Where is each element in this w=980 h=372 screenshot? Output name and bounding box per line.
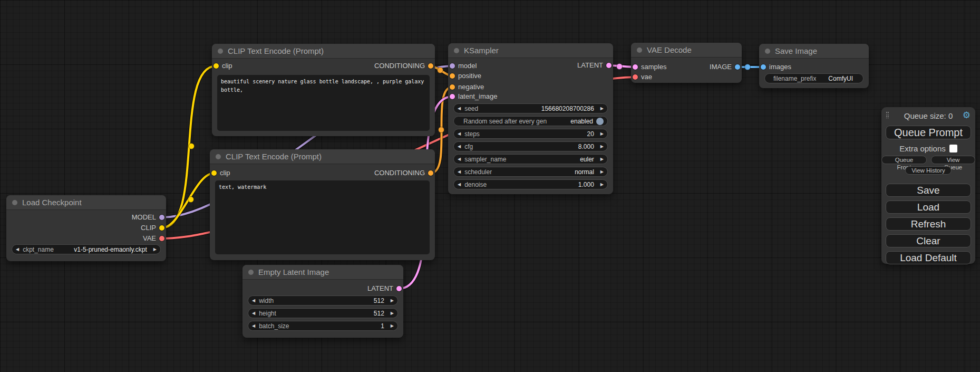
node-title: CLIP Text Encode (Prompt) bbox=[228, 46, 324, 55]
queue-menu-panel[interactable]: Queue size: 0 ⚙ Queue Prompt Extra optio… bbox=[881, 107, 975, 264]
input-port-clip[interactable] bbox=[211, 170, 217, 176]
node-title-bar[interactable]: VAE Decode bbox=[631, 43, 742, 58]
next-value-icon[interactable]: ▶ bbox=[391, 324, 394, 328]
batch-size-widget[interactable]: ◀ batch_size 1 ▶ bbox=[248, 321, 398, 331]
collapse-dot-icon[interactable] bbox=[765, 49, 770, 54]
widget-label: ckpt_name bbox=[23, 246, 54, 253]
sampler-name-widget[interactable]: ◀ sampler_name euler ▶ bbox=[453, 154, 608, 164]
node-title-bar[interactable]: Load Checkpoint bbox=[6, 195, 166, 210]
node-load-checkpoint[interactable]: Load Checkpoint MODEL CLIP VAE ◀ ckpt_na… bbox=[6, 195, 166, 261]
widget-label: height bbox=[259, 310, 276, 317]
next-value-icon[interactable]: ▶ bbox=[600, 132, 604, 136]
cfg-widget[interactable]: ◀ cfg 8.000 ▶ bbox=[453, 141, 608, 151]
input-label-latent-image: latent_image bbox=[458, 92, 497, 101]
prev-value-icon[interactable]: ◀ bbox=[252, 311, 255, 316]
widget-value: 1.000 bbox=[578, 181, 594, 188]
output-port-latent[interactable] bbox=[606, 63, 612, 68]
load-button[interactable]: Load bbox=[886, 201, 971, 214]
output-port-latent[interactable] bbox=[396, 286, 402, 291]
next-value-icon[interactable]: ▶ bbox=[600, 157, 604, 161]
load-default-button[interactable]: Load Default bbox=[886, 251, 971, 264]
widget-value: v1-5-pruned-emaonly.ckpt bbox=[74, 246, 147, 253]
next-value-icon[interactable]: ▶ bbox=[600, 170, 604, 174]
node-empty-latent-image[interactable]: Empty Latent Image LATENT ◀ width 512 ▶ … bbox=[242, 265, 403, 338]
next-value-icon[interactable]: ▶ bbox=[391, 299, 394, 303]
view-queue-button[interactable]: View Queue bbox=[931, 156, 975, 164]
widget-value: euler bbox=[580, 156, 594, 163]
node-save-image[interactable]: Save Image images filename_prefix ComfyU… bbox=[759, 44, 869, 88]
node-clip-text-encode-positive[interactable]: CLIP Text Encode (Prompt) clip CONDITION… bbox=[212, 44, 435, 136]
prompt-text-input[interactable]: text, watermark bbox=[215, 180, 430, 254]
output-label-conditioning: CONDITIONING bbox=[374, 168, 425, 178]
node-vae-decode[interactable]: VAE Decode samples vae IMAGE bbox=[631, 43, 742, 83]
width-widget[interactable]: ◀ width 512 ▶ bbox=[248, 295, 398, 306]
steps-widget[interactable]: ◀ steps 20 ▶ bbox=[453, 129, 608, 139]
prev-value-icon[interactable]: ◀ bbox=[458, 145, 461, 149]
node-clip-text-encode-negative[interactable]: CLIP Text Encode (Prompt) clip CONDITION… bbox=[210, 149, 435, 260]
next-value-icon[interactable]: ▶ bbox=[600, 145, 604, 149]
input-port-latent-image[interactable] bbox=[450, 94, 455, 99]
refresh-button[interactable]: Refresh bbox=[886, 217, 971, 231]
random-seed-widget[interactable]: Random seed after every gen enabled bbox=[453, 116, 608, 126]
link-wire-clip-to-negative-prompt bbox=[162, 173, 214, 228]
collapse-dot-icon[interactable] bbox=[248, 270, 254, 275]
output-port-model[interactable] bbox=[159, 215, 164, 220]
collapse-dot-icon[interactable] bbox=[216, 154, 221, 159]
extra-options-checkbox[interactable] bbox=[949, 145, 957, 152]
node-title-bar[interactable]: Save Image bbox=[759, 44, 869, 59]
next-value-icon[interactable]: ▶ bbox=[153, 247, 157, 252]
ckpt-name-widget[interactable]: ◀ ckpt_name v1-5-pruned-emaonly.ckpt ▶ bbox=[12, 244, 161, 254]
input-port-samples[interactable] bbox=[633, 64, 638, 70]
prev-value-icon[interactable]: ◀ bbox=[252, 299, 255, 303]
output-label-vae: VAE bbox=[143, 234, 156, 243]
toggle-icon[interactable] bbox=[596, 118, 604, 125]
settings-gear-icon[interactable]: ⚙ bbox=[963, 110, 971, 121]
queue-prompt-button[interactable]: Queue Prompt bbox=[886, 126, 971, 139]
prev-value-icon[interactable]: ◀ bbox=[458, 183, 461, 187]
input-label-vae: vae bbox=[641, 72, 652, 82]
node-title-bar[interactable]: CLIP Text Encode (Prompt) bbox=[210, 149, 435, 164]
input-port-images[interactable] bbox=[761, 64, 766, 70]
collapse-dot-icon[interactable] bbox=[637, 47, 642, 53]
node-ksampler[interactable]: KSampler model positive negative latent_… bbox=[448, 43, 613, 194]
input-port-model[interactable] bbox=[450, 63, 455, 69]
input-label-negative: negative bbox=[458, 82, 484, 92]
output-port-conditioning[interactable] bbox=[428, 170, 433, 176]
prev-value-icon[interactable]: ◀ bbox=[458, 132, 461, 136]
output-port-image[interactable] bbox=[735, 64, 740, 70]
prev-value-icon[interactable]: ◀ bbox=[252, 324, 255, 328]
prev-value-icon[interactable]: ◀ bbox=[458, 107, 461, 111]
scheduler-widget[interactable]: ◀ scheduler normal ▶ bbox=[453, 167, 608, 177]
clear-button[interactable]: Clear bbox=[886, 234, 971, 247]
next-value-icon[interactable]: ▶ bbox=[600, 183, 604, 187]
prev-value-icon[interactable]: ◀ bbox=[458, 170, 461, 174]
input-port-negative[interactable] bbox=[450, 84, 455, 90]
prev-value-icon[interactable]: ◀ bbox=[16, 247, 19, 252]
output-port-conditioning[interactable] bbox=[428, 63, 433, 69]
filename-prefix-widget[interactable]: filename_prefix ComfyUI bbox=[764, 73, 863, 83]
node-title-bar[interactable]: KSampler bbox=[448, 43, 613, 58]
input-port-vae[interactable] bbox=[633, 74, 638, 80]
view-history-button[interactable]: View History bbox=[905, 166, 952, 175]
widget-label: seed bbox=[464, 105, 478, 112]
node-title-bar[interactable]: Empty Latent Image bbox=[242, 265, 403, 280]
next-value-icon[interactable]: ▶ bbox=[600, 107, 604, 111]
input-port-positive[interactable] bbox=[450, 73, 455, 79]
comfyui-canvas[interactable]: { "colors":{ "model":"#B39DDB","clip":"#… bbox=[0, 0, 980, 372]
input-label-positive: positive bbox=[458, 71, 481, 81]
queue-front-button[interactable]: Queue Front bbox=[881, 156, 927, 164]
collapse-dot-icon[interactable] bbox=[454, 48, 459, 53]
save-button[interactable]: Save bbox=[886, 184, 971, 197]
input-port-clip[interactable] bbox=[214, 63, 219, 69]
denoise-widget[interactable]: ◀ denoise 1.000 ▶ bbox=[453, 179, 608, 189]
node-title-bar[interactable]: CLIP Text Encode (Prompt) bbox=[212, 44, 435, 59]
output-port-clip[interactable] bbox=[159, 225, 164, 231]
prev-value-icon[interactable]: ◀ bbox=[458, 157, 461, 161]
collapse-dot-icon[interactable] bbox=[12, 200, 17, 205]
seed-widget[interactable]: ◀ seed 156680208700286 ▶ bbox=[453, 103, 608, 113]
next-value-icon[interactable]: ▶ bbox=[391, 311, 394, 316]
output-port-vae[interactable] bbox=[159, 236, 164, 241]
collapse-dot-icon[interactable] bbox=[218, 49, 223, 54]
prompt-text-input[interactable]: beautiful scenery nature glass bottle la… bbox=[217, 75, 430, 131]
height-widget[interactable]: ◀ height 512 ▶ bbox=[248, 308, 398, 318]
